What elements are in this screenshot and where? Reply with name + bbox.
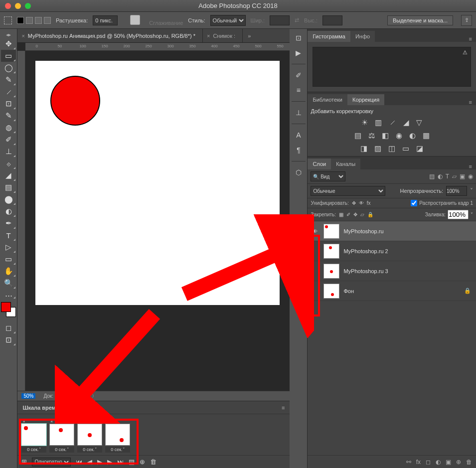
tween-icon[interactable]: ▨ bbox=[129, 458, 135, 466]
new-layer-icon[interactable]: ⊕ bbox=[456, 459, 461, 466]
frame-thumbnail[interactable] bbox=[21, 424, 46, 446]
selection-new-icon[interactable] bbox=[17, 17, 24, 24]
new-fill-icon[interactable]: ◐ bbox=[436, 459, 441, 466]
path-select-tool[interactable]: ▷ bbox=[1, 241, 16, 253]
quick-select-tool[interactable]: ✎ bbox=[1, 74, 16, 86]
photo-filter-icon[interactable]: ◉ bbox=[396, 131, 402, 140]
history-panel-icon[interactable]: ⊡ bbox=[293, 32, 305, 44]
layer-thumbnail[interactable] bbox=[323, 264, 339, 279]
play-icon[interactable]: ▶ bbox=[97, 458, 102, 466]
style-select[interactable]: Обычный bbox=[210, 15, 246, 26]
eyedropper-tool[interactable]: ✎ bbox=[1, 110, 16, 122]
filter-toggle-icon[interactable]: ◉ bbox=[468, 173, 473, 180]
loop-select[interactable]: Однократно bbox=[32, 458, 71, 467]
dodge-tool[interactable]: ◐ bbox=[1, 205, 16, 217]
invert-icon[interactable]: ◨ bbox=[360, 144, 367, 153]
clone-panel-icon[interactable]: ⊥ bbox=[293, 107, 305, 119]
next-frame-icon[interactable]: ▶ bbox=[107, 458, 112, 466]
frame-thumbnail[interactable] bbox=[105, 424, 130, 446]
layer-name[interactable]: MyPhotoshop.ru bbox=[343, 228, 383, 234]
foreground-color[interactable] bbox=[1, 302, 11, 312]
select-and-mask-button[interactable]: Выделение и маска... bbox=[387, 15, 453, 25]
frame-thumbnail[interactable] bbox=[49, 424, 74, 446]
layer-row[interactable]: MyPhotoshop.ru 3 bbox=[308, 261, 476, 281]
gradient-map-icon[interactable]: ▭ bbox=[402, 144, 409, 153]
move-tool[interactable]: ✥ bbox=[1, 38, 16, 50]
pen-tool[interactable]: ✒ bbox=[1, 217, 16, 229]
lock-transparency-icon[interactable]: ▦ bbox=[339, 212, 343, 217]
tabs-overflow-icon[interactable]: » bbox=[243, 33, 256, 39]
quickmask-icon[interactable]: ◻ bbox=[1, 322, 16, 334]
character-panel-icon[interactable]: A bbox=[293, 129, 305, 141]
layer-visibility-icon[interactable]: 👁 bbox=[310, 228, 319, 234]
zoom-level[interactable]: 50% bbox=[21, 393, 35, 399]
layer-thumbnail[interactable] bbox=[323, 244, 339, 259]
frame-duration[interactable]: 0 сек.˅ bbox=[105, 447, 130, 453]
frame-tool[interactable]: ⊡ bbox=[1, 98, 16, 110]
filter-shape-icon[interactable]: ▱ bbox=[452, 173, 457, 180]
tab-info[interactable]: Инфо bbox=[350, 31, 375, 42]
3d-panel-icon[interactable]: ⬡ bbox=[293, 166, 305, 178]
fill-dropdown-icon[interactable]: ˅ bbox=[471, 212, 473, 217]
hue-icon[interactable]: ▤ bbox=[354, 131, 361, 140]
tool-preset-icon[interactable] bbox=[4, 16, 12, 24]
layer-name[interactable]: MyPhotoshop.ru 3 bbox=[343, 268, 388, 274]
brightness-icon[interactable]: ☀ bbox=[361, 118, 368, 127]
layer-name[interactable]: MyPhotoshop.ru 2 bbox=[343, 248, 388, 254]
timeline-frame[interactable]: 3 0 сек.˅ bbox=[77, 418, 102, 453]
last-frame-icon[interactable]: ⏭ bbox=[117, 458, 124, 466]
filter-adjust-icon[interactable]: ◐ bbox=[438, 173, 443, 180]
panel-menu-icon[interactable]: ≡ bbox=[469, 99, 476, 105]
canvas-viewport[interactable] bbox=[25, 51, 290, 391]
propagate-checkbox[interactable] bbox=[411, 200, 417, 206]
stamp-tool[interactable]: ⊥ bbox=[1, 146, 16, 157]
channel-mixer-icon[interactable]: ◐ bbox=[409, 131, 416, 140]
new-frame-icon[interactable]: ⊕ bbox=[140, 458, 145, 466]
timeline-frame[interactable]: 4 0 сек.˅ bbox=[105, 418, 130, 453]
layer-mask-icon[interactable]: ◻ bbox=[426, 459, 431, 466]
selection-add-icon[interactable] bbox=[26, 17, 33, 24]
type-tool[interactable]: T bbox=[1, 229, 16, 241]
filter-pixel-icon[interactable]: ▤ bbox=[429, 173, 435, 180]
blur-tool[interactable]: ⬤ bbox=[1, 193, 16, 205]
blend-mode-select[interactable]: Обычные bbox=[311, 186, 385, 196]
document-tab-active[interactable]: × MyPhotoshop.ru Анимация.psd @ 50% (MyP… bbox=[17, 29, 203, 42]
unify-style-icon[interactable]: fx bbox=[367, 200, 371, 206]
lock-pixels-icon[interactable]: ✐ bbox=[346, 212, 350, 217]
timeline-frame[interactable]: 1 0 сек.˅ bbox=[21, 418, 46, 453]
layer-name[interactable]: Фон bbox=[343, 288, 354, 294]
layer-row[interactable]: Фон 🔒 bbox=[308, 281, 476, 301]
frame-duration[interactable]: 0 сек.˅ bbox=[21, 447, 46, 453]
tab-histogram[interactable]: Гистограмма bbox=[308, 31, 350, 42]
tab-layers[interactable]: Слои bbox=[308, 158, 331, 169]
layer-thumbnail[interactable] bbox=[323, 224, 339, 239]
delete-layer-icon[interactable]: 🗑 bbox=[466, 459, 472, 466]
zoom-tool[interactable]: 🔍 bbox=[1, 277, 16, 289]
tab-channels[interactable]: Каналы bbox=[331, 158, 360, 169]
actions-panel-icon[interactable]: ▶ bbox=[293, 47, 305, 59]
layer-thumbnail[interactable] bbox=[323, 284, 339, 299]
canvas[interactable] bbox=[35, 61, 280, 305]
warning-icon[interactable]: ⚠ bbox=[463, 49, 468, 56]
panel-menu-icon[interactable]: ≡ bbox=[469, 36, 476, 42]
panel-menu-icon[interactable]: ≡ bbox=[469, 163, 476, 169]
unify-visibility-icon[interactable]: 👁 bbox=[359, 200, 364, 206]
filter-smart-icon[interactable]: ▣ bbox=[460, 173, 465, 180]
frame-thumbnail[interactable] bbox=[77, 424, 102, 446]
crop-tool[interactable]: ⟋ bbox=[1, 86, 16, 98]
posterize-icon[interactable]: ▨ bbox=[374, 144, 381, 153]
selection-subtract-icon[interactable] bbox=[35, 17, 42, 24]
layer-row[interactable]: MyPhotoshop.ru 2 bbox=[308, 241, 476, 261]
prev-frame-icon[interactable]: ◀ bbox=[87, 458, 92, 466]
feather-input[interactable] bbox=[93, 15, 118, 25]
timeline-frame[interactable]: 2 0 сек.˅ bbox=[49, 418, 74, 453]
timeline-menu-icon[interactable]: ≡ bbox=[282, 405, 285, 411]
brush-settings-panel-icon[interactable]: ≡ bbox=[293, 84, 305, 96]
curves-icon[interactable]: ⟋ bbox=[389, 118, 396, 127]
layer-row[interactable]: 👁 MyPhotoshop.ru bbox=[308, 221, 476, 241]
color-lookup-icon[interactable]: ▦ bbox=[423, 131, 430, 140]
edit-toolbar-icon[interactable]: ⋯ bbox=[1, 292, 16, 299]
filter-type-icon[interactable]: T bbox=[446, 173, 449, 180]
lasso-tool[interactable]: ◯ bbox=[1, 62, 16, 74]
screenmode-icon[interactable]: ⊡ bbox=[1, 334, 16, 346]
